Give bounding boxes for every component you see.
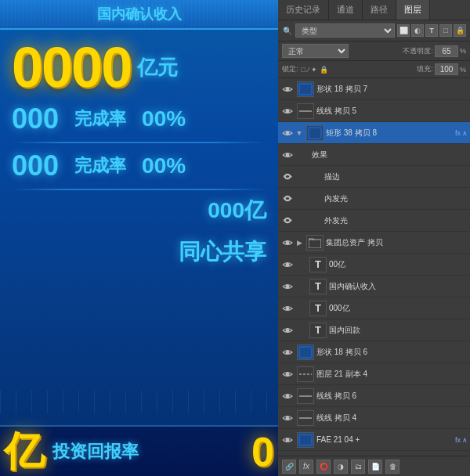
layer-eye[interactable] (280, 82, 295, 96)
svg-point-0 (286, 87, 290, 91)
layer-eye[interactable] (280, 301, 295, 316)
layer-row[interactable]: 线线 拷贝 6 (278, 385, 470, 407)
tab-paths[interactable]: 路径 (363, 0, 396, 20)
layer-name: 线线 拷贝 6 (316, 391, 468, 402)
layer-eye[interactable] (280, 345, 295, 359)
lock-icon-1[interactable]: □ (302, 66, 306, 74)
layer-name: 国内确认收入 (329, 281, 468, 292)
layer-name: 线线 拷贝 5 (316, 106, 468, 117)
layer-fx-arrow: ∧ (462, 436, 468, 444)
layer-eye[interactable] (280, 236, 295, 250)
filter-select[interactable]: 类型 (295, 23, 395, 38)
layer-eye[interactable] (280, 433, 295, 447)
svg-point-2 (286, 109, 290, 113)
svg-point-13 (286, 284, 290, 288)
small-number-2: 000 (12, 150, 59, 182)
layer-row[interactable]: 外发光 (278, 210, 470, 232)
layer-row[interactable]: FAE 21 04 +fx∧ (278, 429, 470, 451)
layer-row[interactable]: 形状 18 拷贝 7 (278, 78, 470, 100)
layer-row[interactable]: ▼矩形 38 拷贝 8fx∧ (278, 122, 470, 144)
fx-icon[interactable]: fx (299, 460, 313, 474)
layer-row[interactable]: 线线 拷贝 4 (278, 407, 470, 429)
layer-eye[interactable] (280, 367, 295, 381)
completion-value-2: 00% (142, 153, 186, 178)
layer-eye[interactable] (280, 411, 295, 425)
layer-eye[interactable] (280, 258, 295, 272)
lock-icon-3[interactable]: ✦ (311, 66, 317, 74)
bottom-yi: 亿 (4, 424, 45, 477)
layer-eye[interactable] (280, 170, 295, 184)
fill-row: 填充: 100 % (417, 63, 466, 75)
svg-point-22 (286, 416, 290, 420)
layer-row[interactable]: 图层 21 副本 4 (278, 363, 470, 385)
layer-eye[interactable] (280, 214, 295, 228)
lock-icon-2[interactable]: ∕ (308, 66, 309, 74)
layer-name: 外发光 (324, 215, 468, 226)
top-banner: 国内确认收入 (0, 0, 278, 30)
layer-row[interactable]: 描边 (278, 166, 470, 188)
layer-row[interactable]: T国内确认收入 (278, 276, 470, 298)
layer-eye[interactable] (280, 279, 295, 294)
filter-icon-shape[interactable]: □ (439, 24, 452, 37)
tab-layers[interactable]: 图层 (396, 0, 430, 20)
layer-name: 集团总资产 拷贝 (326, 237, 468, 248)
delete-layer-icon[interactable]: 🗑 (385, 460, 400, 474)
layer-expand-arrow[interactable]: ▼ (295, 128, 304, 138)
svg-point-14 (286, 306, 290, 310)
fill-label: 填充: (417, 64, 433, 74)
layer-expand-arrow[interactable]: ▶ (295, 238, 304, 247)
lock-icon-4[interactable]: 🔒 (320, 66, 328, 74)
layer-thumb (306, 235, 324, 251)
layer-eye[interactable] (280, 192, 295, 206)
top-banner-text: 国内确认收入 (97, 5, 182, 23)
layer-eye[interactable] (280, 148, 295, 162)
big-number: 0000 (12, 39, 131, 96)
layer-row[interactable]: T00亿 (278, 254, 470, 276)
layer-row[interactable]: 内发光 (278, 188, 470, 210)
new-layer-icon[interactable]: 📄 (368, 460, 382, 474)
filter-icon-text[interactable]: T (425, 24, 438, 37)
svg-point-12 (286, 262, 290, 266)
tab-channels[interactable]: 通道 (329, 0, 363, 20)
layer-eye[interactable] (280, 323, 295, 337)
grid-bg (0, 390, 278, 413)
layer-name: 矩形 38 拷贝 8 (326, 128, 454, 139)
layer-eye[interactable] (280, 389, 295, 403)
lock-row: 锁定: □ ∕ ✦ 🔒 填充: 100 % (278, 61, 470, 78)
svg-point-6 (286, 153, 290, 157)
layer-row[interactable]: 形状 18 拷贝 6 (278, 341, 470, 363)
layer-name: 形状 18 拷贝 6 (316, 347, 468, 358)
completion-value-1: 00% (142, 106, 186, 132)
add-layer-mask-icon[interactable]: ⭕ (316, 460, 331, 474)
fill-value[interactable]: 100 (435, 63, 458, 75)
small-number-1: 000 (12, 103, 59, 135)
layer-name: 图层 21 副本 4 (316, 369, 468, 380)
svg-point-16 (286, 350, 290, 354)
new-group-icon[interactable]: 🗂 (351, 460, 365, 474)
blend-mode-select[interactable]: 正常 (282, 44, 349, 58)
fill-percent: % (460, 66, 466, 74)
completion-label-2: 完成率 (74, 154, 126, 178)
layer-name: 线线 拷贝 4 (316, 413, 468, 424)
layer-row[interactable]: T国内回款 (278, 319, 470, 341)
filter-icon-adj[interactable]: ◐ (411, 24, 424, 37)
lock-label: 锁定: (282, 64, 298, 74)
tab-history[interactable]: 历史记录 (278, 0, 329, 20)
layer-row[interactable]: ▶集团总资产 拷贝 (278, 232, 470, 254)
slogan-row: 同心共享 (0, 231, 278, 273)
layer-row[interactable]: 线线 拷贝 5 (278, 100, 470, 122)
big-number-row: 0000 亿元 (0, 30, 278, 99)
layer-eye[interactable] (280, 104, 295, 118)
link-icon[interactable]: 🔗 (282, 460, 296, 474)
add-adjustment-icon[interactable]: ◑ (334, 460, 348, 474)
completion-row-2: 000 完成率 00% (0, 146, 278, 186)
layer-row[interactable]: T000亿 (278, 298, 470, 319)
opacity-value[interactable]: 65 (435, 45, 458, 57)
layer-row[interactable]: 效果 (278, 144, 470, 166)
layer-eye[interactable] (280, 126, 295, 140)
divider-2 (12, 189, 266, 190)
filter-icon-img[interactable]: ⬜ (397, 24, 410, 37)
filter-icon-lock[interactable]: 🔒 (454, 24, 466, 37)
layer-name: 形状 18 拷贝 7 (316, 84, 468, 95)
left-panel: 国内确认收入 0000 亿元 000 完成率 00% 000 完成率 00% 0… (0, 0, 278, 476)
